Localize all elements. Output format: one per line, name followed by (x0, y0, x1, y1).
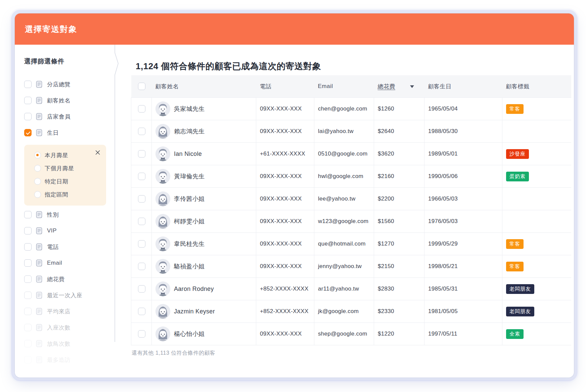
customer-email: chen@google.com (314, 98, 374, 120)
filter-checkbox[interactable] (24, 227, 32, 234)
filter-checkbox[interactable] (24, 340, 32, 347)
filter-checkbox[interactable] (24, 81, 32, 88)
row-checkbox-cell (131, 255, 152, 278)
sidebar-filter-item-3[interactable]: 生日 (24, 129, 115, 137)
remaining-count-footer: 還有其他 1,113 位符合條件的顧客 (132, 350, 574, 357)
birthday-radio-option[interactable]: 指定區間 (34, 190, 106, 199)
dialog-title: 選擇寄送對象 (25, 24, 77, 35)
customer-email: que@hotmail.com (314, 233, 374, 255)
radio-button[interactable] (34, 165, 41, 172)
radio-button[interactable] (34, 178, 41, 185)
sidebar-filter-item-6[interactable]: 電話 (24, 243, 115, 251)
filter-checkbox[interactable] (24, 324, 32, 331)
sidebar-filter-item-2[interactable]: 店家會員 (24, 113, 115, 121)
customer-name-cell: 韋民桂先生 (152, 233, 256, 255)
document-icon (36, 211, 43, 218)
sidebar-collapse-divider[interactable] (112, 45, 120, 342)
customer-tag: 蛋奶素 (506, 172, 529, 181)
filter-checkbox[interactable] (24, 97, 32, 104)
sidebar-filter-item-11[interactable]: 入座次數 (24, 323, 115, 332)
row-checkbox-cell (131, 143, 152, 165)
customer-tag-cell: 老闆朋友 (502, 278, 571, 300)
filter-checkbox[interactable] (24, 292, 32, 299)
customer-birthday: 1999/05/29 (424, 233, 502, 255)
document-icon (36, 81, 43, 88)
birthday-radio-option[interactable]: 特定日期 (34, 177, 106, 186)
sidebar-filter-item-8[interactable]: 總花費 (24, 275, 115, 283)
sidebar-filter-item-4[interactable]: 性別 (24, 211, 115, 219)
birthday-radio-option[interactable]: 下個月壽星 (34, 164, 106, 173)
filter-checkbox[interactable] (24, 211, 32, 218)
filter-checkbox[interactable] (24, 259, 32, 267)
radio-button[interactable] (34, 152, 41, 159)
customer-birthday: 1981/05/05 (424, 300, 502, 323)
sidebar-filter-item-5[interactable]: VIP (24, 227, 115, 235)
customer-phone: 09XX-XXX-XXX (256, 233, 314, 255)
filter-checkbox[interactable] (24, 356, 32, 363)
customer-name-cell: 柯靜雯小姐 (152, 210, 256, 233)
radio-button[interactable] (34, 191, 41, 198)
row-checkbox[interactable] (138, 173, 145, 180)
customer-name-cell: 楊心怡小姐 (152, 323, 256, 345)
birthday-radio-group: 本月壽星 下個月壽星 特定日期 指定區間 (34, 151, 106, 199)
filter-label: 電話 (47, 243, 59, 251)
filter-label: 店家會員 (47, 113, 71, 121)
row-checkbox[interactable] (138, 150, 145, 158)
customer-tag-cell: 常客 (502, 98, 571, 120)
close-icon[interactable] (95, 149, 101, 156)
table-row: 楊心怡小姐 09XX-XXX-XXX shep@google.com $1220… (131, 323, 571, 345)
customer-birthday: 1966/05/03 (424, 188, 502, 210)
dialog-header: 選擇寄送對象 (15, 13, 574, 45)
document-icon (36, 97, 43, 104)
filter-checkbox[interactable] (24, 308, 32, 315)
sidebar-filter-item-9[interactable]: 最近一次入座 (24, 291, 115, 299)
row-checkbox[interactable] (138, 195, 145, 203)
column-header-spend[interactable]: 總花費 (374, 75, 424, 98)
customer-name: 吳家城先生 (174, 105, 205, 113)
table-row: 柯靜雯小姐 09XX-XXX-XXX w123@google.com $1560… (131, 210, 571, 233)
match-count-title: 1,124 個符合條件的顧客已成為這次的寄送對象 (136, 60, 574, 72)
customer-spend: $1560 (374, 210, 424, 233)
row-checkbox[interactable] (138, 285, 145, 293)
filter-checkbox[interactable] (24, 113, 32, 120)
avatar (155, 146, 170, 161)
filter-checkbox[interactable] (24, 243, 32, 251)
row-checkbox[interactable] (138, 308, 145, 315)
avatar (155, 124, 170, 139)
row-checkbox[interactable] (138, 240, 145, 248)
filter-checkbox[interactable] (24, 129, 32, 136)
customer-birthday: 1988/05/30 (424, 120, 502, 143)
document-icon (36, 227, 43, 234)
customer-name-cell: 吳家城先生 (152, 98, 256, 120)
sidebar-filter-item-7[interactable]: Email (24, 259, 115, 267)
filter-checkbox[interactable] (24, 275, 32, 283)
customer-spend: $2200 (374, 188, 424, 210)
row-checkbox[interactable] (138, 263, 145, 270)
customer-phone: +61-XXXX-XXXX (256, 143, 314, 165)
document-icon (36, 340, 43, 347)
customer-birthday: 1976/05/03 (424, 210, 502, 233)
customer-email: jenny@yahoo.tw (314, 255, 374, 278)
row-checkbox[interactable] (138, 330, 145, 338)
customer-tag: 老闆朋友 (506, 284, 534, 294)
customer-name: 楊心怡小姐 (174, 330, 205, 338)
row-checkbox[interactable] (138, 128, 145, 135)
sidebar-filter-item-10[interactable]: 平均來店 (24, 307, 115, 315)
customer-name: 駱禎盈小姐 (174, 262, 205, 270)
customer-birthday: 1997/05/11 (424, 323, 502, 345)
row-checkbox[interactable] (138, 105, 145, 113)
document-icon (36, 113, 43, 120)
document-icon (36, 129, 43, 136)
customer-spend: $3620 (374, 143, 424, 165)
spend-sort-label[interactable]: 總花費 (378, 83, 396, 90)
select-all-checkbox[interactable] (138, 83, 145, 90)
customer-name: 黃瑋倫先生 (174, 172, 205, 180)
customer-name: 賴志鴻先生 (174, 127, 205, 135)
sidebar-filter-item-12[interactable]: 放鳥次數 (24, 340, 115, 348)
sidebar-filter-item-13[interactable]: 最多造訪 (24, 356, 115, 364)
row-checkbox[interactable] (138, 218, 145, 225)
sidebar-filter-item-0[interactable]: 分店總覽 (24, 80, 115, 88)
avatar (155, 169, 170, 184)
sort-caret-icon[interactable] (410, 85, 414, 88)
sidebar-filter-item-1[interactable]: 顧客姓名 (24, 96, 115, 104)
